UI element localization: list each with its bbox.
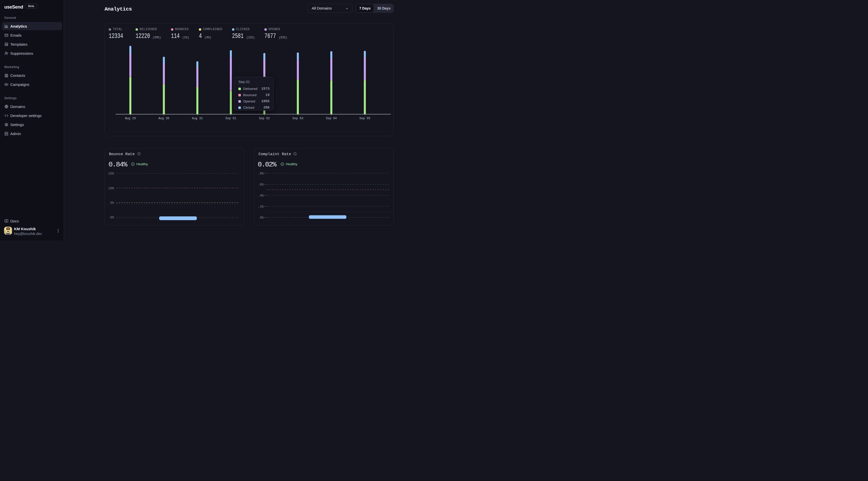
svg-text:5%: 5% — [110, 201, 114, 205]
svg-text:0%: 0% — [110, 216, 114, 219]
svg-text:Sep 05: Sep 05 — [360, 117, 370, 120]
svg-text:.6%: .6% — [258, 183, 264, 187]
svg-text:Sep 04: Sep 04 — [326, 117, 337, 120]
svg-text:Aug 30: Aug 30 — [158, 117, 169, 120]
svg-text:.4%: .4% — [258, 194, 264, 198]
svg-text:.2%: .2% — [258, 205, 264, 209]
svg-text:15%: 15% — [108, 172, 114, 175]
svg-text:Sep 02: Sep 02 — [259, 117, 270, 120]
svg-text:Sep 01: Sep 01 — [225, 117, 236, 120]
svg-text:Aug 31: Aug 31 — [192, 117, 203, 120]
svg-text:Aug 29: Aug 29 — [125, 117, 135, 120]
svg-text:Sep 03: Sep 03 — [292, 117, 303, 120]
svg-text:10%: 10% — [108, 187, 114, 190]
svg-text:.8%: .8% — [258, 172, 264, 175]
svg-text:0%: 0% — [260, 216, 264, 220]
